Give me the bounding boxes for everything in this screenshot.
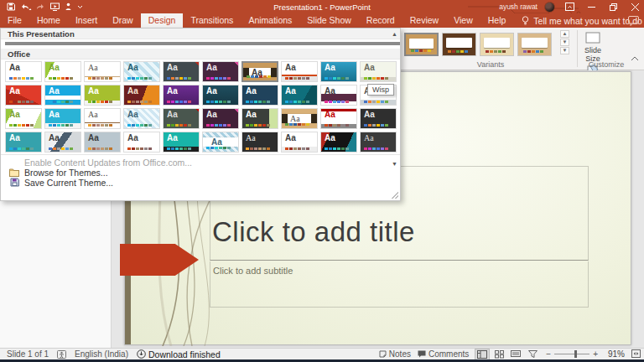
- slide-counter[interactable]: Slide 1 of 1: [7, 349, 49, 359]
- theme-tile[interactable]: Aa: [123, 61, 160, 82]
- comments-button[interactable]: Comments: [418, 349, 469, 359]
- customize-qat-icon[interactable]: [77, 3, 83, 10]
- tab-insert[interactable]: Insert: [68, 13, 105, 28]
- variants-row-up-button[interactable]: ▲: [560, 30, 569, 38]
- theme-tile[interactable]: Aa: [163, 85, 200, 106]
- variant-thumb[interactable]: [442, 33, 476, 56]
- reading-view-button[interactable]: [509, 349, 522, 359]
- theme-tile[interactable]: Aa: [5, 108, 42, 129]
- theme-tile[interactable]: Aa: [202, 132, 239, 153]
- close-button[interactable]: [627, 0, 642, 13]
- zoom-in-button[interactable]: +: [593, 349, 598, 359]
- undo-icon[interactable]: [20, 3, 32, 11]
- subtitle-placeholder-text[interactable]: Click to add subtitle: [213, 266, 293, 276]
- ribbon-display-options-icon[interactable]: [562, 0, 577, 13]
- account-name[interactable]: ayush rawat: [499, 3, 538, 11]
- menu-item-browse-for-themes[interactable]: Browse for Themes...: [1, 168, 400, 177]
- theme-tile[interactable]: Aa: [242, 85, 278, 106]
- tab-file[interactable]: File: [0, 13, 29, 28]
- theme-tile[interactable]: Aa: [84, 108, 121, 129]
- fit-slide-to-window-icon[interactable]: [631, 349, 641, 359]
- theme-tile[interactable]: Aa: [202, 61, 239, 82]
- theme-tile[interactable]: Aa: [84, 132, 121, 153]
- account-avatar[interactable]: [544, 2, 555, 13]
- theme-tile[interactable]: Aa: [5, 85, 42, 106]
- zoom-level[interactable]: 91%: [605, 349, 625, 359]
- menu-item-save-current-theme[interactable]: Save Current Theme...: [1, 178, 400, 187]
- theme-tile[interactable]: Aa: [5, 132, 42, 153]
- variant-thumb[interactable]: [404, 33, 439, 56]
- theme-tile[interactable]: Aa: [202, 108, 239, 129]
- theme-tile[interactable]: Aa: [202, 85, 239, 106]
- theme-tile-aa: Aa: [325, 86, 335, 96]
- slide-sorter-view-button[interactable]: [492, 349, 506, 359]
- restore-button[interactable]: [605, 0, 621, 13]
- theme-tile-aa: Aa: [49, 63, 60, 73]
- accessibility-icon[interactable]: [57, 350, 66, 359]
- notes-button[interactable]: Notes: [379, 349, 411, 359]
- theme-tile[interactable]: Aa: [163, 132, 200, 153]
- theme-tile[interactable]: Aa: [360, 61, 397, 82]
- touch-mouse-mode-icon[interactable]: [65, 3, 72, 11]
- tab-draw[interactable]: Draw: [105, 13, 141, 28]
- gallery-resize-grip[interactable]: [392, 192, 398, 199]
- variant-thumb[interactable]: [480, 33, 514, 56]
- tab-record[interactable]: Record: [359, 13, 402, 28]
- zoom-slider-thumb[interactable]: [574, 350, 577, 358]
- collapse-ribbon-icon[interactable]: [631, 49, 639, 65]
- theme-tile[interactable]: Aa: [44, 61, 81, 82]
- tab-slide-show[interactable]: Slide Show: [299, 13, 359, 28]
- theme-tile[interactable]: Aa: [5, 42, 400, 45]
- tab-design[interactable]: Design: [141, 13, 184, 28]
- theme-tile[interactable]: Aa: [84, 61, 121, 82]
- gallery-scroll-up-icon[interactable]: ▲: [392, 31, 397, 37]
- theme-tile[interactable]: Aa: [242, 108, 278, 129]
- theme-tile[interactable]: Aa: [163, 61, 200, 82]
- save-icon[interactable]: [7, 3, 15, 11]
- normal-view-button[interactable]: [475, 349, 489, 359]
- theme-color-strip: [127, 124, 152, 127]
- theme-tile[interactable]: Aa: [320, 85, 357, 106]
- tab-home[interactable]: Home: [29, 13, 68, 28]
- language-indicator[interactable]: English (India): [75, 349, 128, 359]
- theme-tile[interactable]: Aa: [163, 108, 200, 129]
- tab-help[interactable]: Help: [480, 13, 514, 28]
- theme-tile[interactable]: Aa: [281, 85, 318, 106]
- theme-tile[interactable]: Aa: [281, 108, 318, 129]
- theme-tile[interactable]: Aa: [242, 132, 278, 153]
- theme-tile[interactable]: Aa: [360, 108, 397, 129]
- gallery-scroll-down-icon[interactable]: ▼: [392, 161, 397, 167]
- theme-tile[interactable]: Aa: [5, 61, 42, 82]
- minimize-button[interactable]: [584, 0, 599, 13]
- tab-review[interactable]: Review: [402, 13, 446, 28]
- slide-size-button[interactable]: Slide Size: [580, 32, 605, 63]
- theme-tile[interactable]: Aa: [44, 108, 81, 129]
- theme-tile[interactable]: Aa: [123, 132, 160, 153]
- redo-icon[interactable]: [37, 3, 45, 11]
- tab-animations[interactable]: Animations: [241, 13, 299, 28]
- comments-label: Comments: [428, 349, 469, 359]
- variants-more-button[interactable]: ▼: [560, 47, 569, 54]
- theme-tile[interactable]: Aa: [320, 132, 357, 153]
- theme-tile[interactable]: Aa: [84, 85, 121, 106]
- zoom-out-button[interactable]: −: [546, 349, 551, 359]
- variant-thumb[interactable]: [517, 33, 552, 56]
- theme-tile[interactable]: Aa: [242, 61, 278, 82]
- theme-tile[interactable]: Aa: [281, 132, 318, 153]
- theme-tile[interactable]: Aa: [320, 108, 357, 129]
- theme-tile[interactable]: Aa: [44, 132, 81, 153]
- theme-tile[interactable]: Aa: [320, 61, 357, 82]
- start-slideshow-icon[interactable]: [50, 3, 60, 11]
- theme-tile[interactable]: Aa: [123, 85, 160, 106]
- title-placeholder-text[interactable]: Click to add title: [212, 216, 415, 248]
- zoom-slider[interactable]: [554, 354, 589, 354]
- tell-me-box[interactable]: Tell me what you want to do: [513, 13, 642, 28]
- slide-show-view-button[interactable]: [526, 349, 539, 359]
- theme-tile[interactable]: Aa: [123, 108, 160, 129]
- variants-row-down-button[interactable]: ▼: [560, 39, 569, 46]
- tab-transitions[interactable]: Transitions: [183, 13, 241, 28]
- theme-tile[interactable]: Aa: [281, 61, 318, 82]
- theme-tile[interactable]: Aa: [44, 85, 81, 106]
- tab-view[interactable]: View: [446, 13, 480, 28]
- theme-tile[interactable]: Aa: [360, 132, 397, 153]
